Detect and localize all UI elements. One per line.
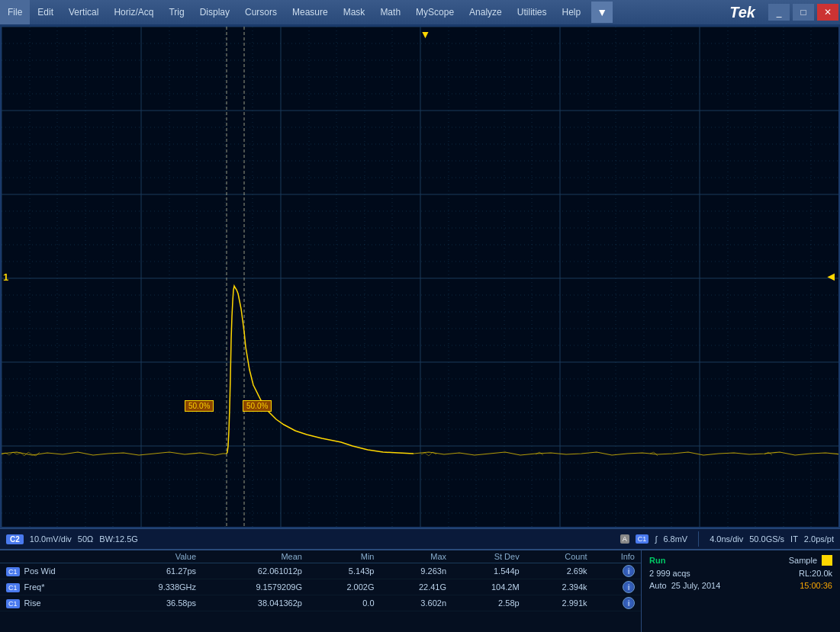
channel-1-indicator: 1 xyxy=(3,271,8,283)
row3-mean: 38.041362p xyxy=(202,595,308,611)
row2-stdev: 104.2M xyxy=(452,579,526,595)
row2-count: 2.394k xyxy=(526,579,594,595)
row2-max: 22.41G xyxy=(381,579,453,595)
impedance-text: 50Ω xyxy=(78,534,93,544)
row2-mean: 9.1579209G xyxy=(202,579,308,595)
menu-measure[interactable]: Measure xyxy=(285,0,336,24)
voltage-reading: 6.8mV xyxy=(663,534,687,544)
row3-min: 0.0 xyxy=(308,595,381,611)
menu-mask[interactable]: Mask xyxy=(336,0,373,24)
timebase-text: 4.0ns/div xyxy=(710,534,743,544)
menu-utilities[interactable]: Utilities xyxy=(510,0,555,24)
menu-myscope[interactable]: MyScope xyxy=(408,0,462,24)
row1-min: 5.143p xyxy=(308,563,381,579)
svg-line-75 xyxy=(425,453,429,456)
row1-param: C1 Pos Wid xyxy=(0,563,111,579)
row2-info-btn[interactable]: i xyxy=(623,581,635,593)
date-time-row: Auto 25 July, 2014 15:00:36 xyxy=(649,581,832,590)
row3-param-label: Rise xyxy=(24,598,41,608)
menu-analyze[interactable]: Analyze xyxy=(462,0,510,24)
menu-file[interactable]: File xyxy=(0,0,30,24)
col-header-count: Count xyxy=(526,550,594,563)
run-sample-row: Run Sample xyxy=(649,555,832,566)
menu-dropdown-arrow[interactable]: ▼ xyxy=(591,2,613,23)
row2-info[interactable]: i xyxy=(594,579,641,595)
row2-param-label: Freq* xyxy=(24,582,45,592)
bandwidth-text: BW:12.5G xyxy=(99,534,138,544)
col-header-min: Min xyxy=(308,550,381,563)
time-display: 15:00:36 xyxy=(800,581,832,590)
tek-logo: Tek xyxy=(718,4,767,21)
row1-info[interactable]: i xyxy=(594,563,641,579)
menu-cursors[interactable]: Cursors xyxy=(237,0,285,24)
menu-help[interactable]: Help xyxy=(554,0,588,24)
pt-rate-text: 2.0ps/pt xyxy=(804,534,834,544)
acqs-row: 2 999 acqs RL:20.0k xyxy=(649,569,832,578)
col-header-mean: Mean xyxy=(202,550,308,563)
menubar: File Edit Vertical Horiz/Acq Trig Displa… xyxy=(0,0,840,25)
table-row: C1 Freq* 9.338GHz 9.1579209G 2.002G 22.4… xyxy=(0,579,641,595)
close-button[interactable]: ✕ xyxy=(817,4,838,21)
row1-count: 2.69k xyxy=(526,563,594,579)
minimize-button[interactable]: _ xyxy=(768,4,790,21)
row2-min: 2.002G xyxy=(308,579,381,595)
row3-count: 2.991k xyxy=(526,595,594,611)
row1-stdev: 1.544p xyxy=(452,563,526,579)
scale-text: 10.0mV/div xyxy=(30,534,72,544)
row2-value: 9.338GHz xyxy=(111,579,202,595)
cursor-label-left: 50.0% xyxy=(185,400,214,412)
cursor-label-right: 50.0% xyxy=(243,400,272,412)
row1-channel-badge: C1 xyxy=(6,567,20,576)
date-display: 25 July, 2014 xyxy=(671,581,721,590)
menu-math[interactable]: Math xyxy=(372,0,408,24)
col-header-info: Info xyxy=(594,550,641,563)
col-header-stdev: St Dev xyxy=(452,550,526,563)
row3-param: C1 Rise xyxy=(0,595,111,611)
status-bar: C2 10.0mV/div 50Ω BW:12.5G A C1 ∫ 6.8mV … xyxy=(0,528,840,550)
row3-info-btn[interactable]: i xyxy=(623,597,635,609)
row3-info[interactable]: i xyxy=(594,595,641,611)
row3-stdev: 2.58p xyxy=(452,595,526,611)
col-header-max: Max xyxy=(381,550,453,563)
table-row: C1 Rise 36.58ps 38.041362p 0.0 3.602n 2.… xyxy=(0,595,641,611)
maximize-button[interactable]: □ xyxy=(793,4,814,21)
measurements-panel: Value Mean Min Max St Dev Count Info C1 … xyxy=(0,550,840,632)
rl-value: RL:20.0k xyxy=(799,569,832,578)
menu-trig[interactable]: Trig xyxy=(161,0,191,24)
table-row: C1 Pos Wid 61.27ps 62.061012p 5.143p 9.2… xyxy=(0,563,641,579)
menu-edit[interactable]: Edit xyxy=(30,0,61,24)
sample-label: Sample xyxy=(789,556,817,565)
measurements-table-container: Value Mean Min Max St Dev Count Info C1 … xyxy=(0,550,642,632)
col-header-param xyxy=(0,550,111,563)
svg-line-68 xyxy=(17,453,21,454)
sample-color-indicator xyxy=(822,555,832,566)
acqs-count: 2 999 acqs xyxy=(649,569,690,578)
badge-c1-status: C1 xyxy=(636,534,649,544)
row1-mean: 62.061012p xyxy=(202,563,308,579)
row1-param-label: Pos Wid xyxy=(24,566,56,576)
sample-rate-text: 50.0GS/s xyxy=(749,534,784,544)
row2-param: C1 Freq* xyxy=(0,579,111,595)
menu-horiz-acq[interactable]: Horiz/Acq xyxy=(106,0,161,24)
row1-max: 9.263n xyxy=(381,563,453,579)
run-label: Run xyxy=(649,556,665,565)
auto-label: Auto xyxy=(649,581,667,590)
col-header-value: Value xyxy=(111,550,202,563)
menu-vertical[interactable]: Vertical xyxy=(61,0,106,24)
right-info-panel: Run Sample 2 999 acqs RL:20.0k Auto 25 J… xyxy=(642,550,840,632)
row1-value: 61.27ps xyxy=(111,563,202,579)
sig-icon: ∫ xyxy=(655,534,657,544)
menu-display[interactable]: Display xyxy=(192,0,237,24)
row1-info-btn[interactable]: i xyxy=(623,565,635,577)
badge-a: A xyxy=(620,534,629,544)
row2-channel-badge: C1 xyxy=(6,583,20,592)
row3-max: 3.602n xyxy=(381,595,453,611)
trigger-position-arrow: ▼ xyxy=(420,28,431,40)
scope-display: 1 ◄ ▼ 50.0% 50.0% xyxy=(0,25,840,528)
row3-value: 36.58ps xyxy=(111,595,202,611)
row3-channel-badge: C1 xyxy=(6,599,20,608)
right-arrow-indicator: ◄ xyxy=(825,270,837,284)
interp-text: IT xyxy=(790,534,798,544)
channel-2-badge: C2 xyxy=(6,534,24,544)
grid xyxy=(2,27,838,527)
